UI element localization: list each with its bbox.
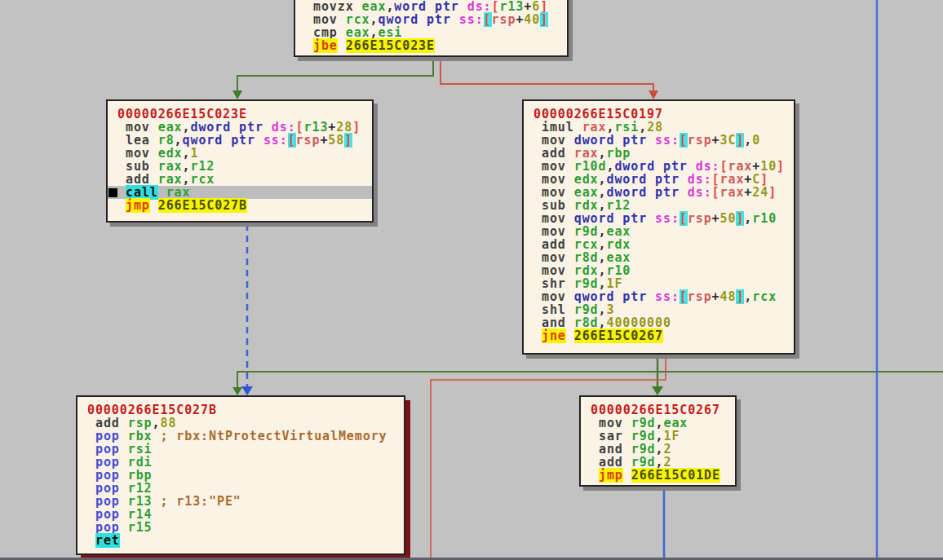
asm-line[interactable]: mov r9d,eax — [581, 417, 735, 430]
asm-token-seg: ds: — [688, 185, 712, 200]
asm-line[interactable]: mov r8d,eax — [524, 251, 794, 264]
asm-line[interactable]: ret — [77, 534, 404, 547]
asm-line[interactable]: call rax — [108, 186, 372, 199]
asm-token-pl: + — [712, 211, 720, 226]
asm-line[interactable]: imul rax,rsi,28 — [524, 121, 794, 134]
asm-token-pl: , — [744, 289, 752, 304]
asm-line[interactable]: pop rbx ; rbx:NtProtectVirtualMemory — [77, 430, 404, 443]
asm-token-pl: + — [712, 289, 720, 304]
basic-block-266E15C027B[interactable]: 00000266E15C027Badd rsp,88pop rbx ; rbx:… — [76, 395, 405, 555]
asm-line[interactable]: mov eax,dword ptr ds:[rax+24] — [524, 186, 794, 199]
asm-token-seg: ss: — [263, 133, 288, 148]
asm-token-jaddr: 266E15C027B — [158, 198, 247, 213]
asm-line[interactable]: pop r12 — [77, 482, 404, 495]
asm-token-cmt: ; r13:"PE" — [153, 494, 241, 509]
asm-line[interactable]: sub rdx,r12 — [524, 199, 794, 212]
basic-block-266E15C023E[interactable]: 00000266E15C023Emov eax,dword ptr ds:[r1… — [106, 99, 374, 223]
asm-line[interactable]: jne 266E15C0267 — [524, 329, 794, 342]
asm-line[interactable]: mov dword ptr ss:[rsp+3C],0 — [524, 134, 794, 147]
basic-block-266E15C0197[interactable]: 00000266E15C0197imul rax,rsi,28mov dword… — [522, 99, 795, 355]
asm-token-seg: ss: — [459, 12, 484, 27]
asm-token-br: [ — [712, 185, 720, 200]
asm-token-sp — [566, 329, 574, 343]
asm-token-reg: r15 — [128, 520, 153, 535]
asm-token-jmn: jmp — [126, 198, 150, 213]
asm-token-brc: [ — [680, 133, 688, 148]
asm-line[interactable]: and r9d,2 — [581, 443, 735, 456]
asm-token-reg: rcx — [752, 289, 777, 304]
asm-token-pl: , — [744, 211, 752, 226]
asm-line[interactable]: shl r9d,3 — [524, 303, 794, 316]
asm-line[interactable]: mov eax,dword ptr ds:[r13+28] — [108, 121, 372, 134]
asm-token-num: 40 — [524, 12, 540, 27]
asm-token-jaddr: 266E15C01DE — [631, 468, 720, 483]
asm-token-pl — [255, 133, 263, 148]
asm-token-mreg: rsp — [688, 289, 712, 304]
asm-token-sp — [338, 38, 346, 53]
asm-line[interactable]: mov edx,dword ptr ds:[rax+C] — [524, 173, 794, 186]
asm-line[interactable]: add r9d,2 — [581, 456, 735, 469]
breakpoint-marker-icon[interactable] — [108, 188, 117, 197]
asm-line[interactable]: pop rsi — [77, 443, 404, 456]
asm-line[interactable]: mov r9d,eax — [524, 225, 794, 238]
asm-line[interactable]: pop r15 — [77, 521, 404, 534]
asm-token-cmn: ret — [95, 533, 120, 548]
asm-line[interactable]: add rsp,88 — [77, 417, 404, 430]
asm-token-pl: + — [744, 185, 752, 200]
asm-line[interactable]: jbe 266E15C023E — [295, 39, 567, 52]
edge-jbe-fallthrough — [441, 57, 658, 99]
asm-token-mreg: rsp — [296, 133, 321, 148]
asm-token-num: 48 — [720, 289, 737, 304]
asm-token-br: ] — [768, 185, 777, 200]
asm-token-sp — [623, 468, 631, 483]
edge-offscreen-to-027B — [232, 372, 943, 395]
asm-line[interactable]: mov rdx,r10 — [524, 264, 794, 277]
asm-token-num: 24 — [752, 185, 768, 200]
asm-token-sp — [150, 198, 158, 213]
asm-token-seg: ss: — [655, 211, 680, 226]
disassembly-graph-canvas[interactable]: movzx eax,word ptr ds:[r13+6]mov rcx,qwo… — [0, 0, 943, 560]
asm-line[interactable]: jmp 266E15C01DE — [581, 469, 735, 482]
asm-token-mreg: rax — [720, 185, 745, 200]
asm-token-br: ] — [352, 120, 361, 134]
asm-token-reg: rcx — [190, 172, 215, 187]
asm-token-pl — [680, 185, 688, 200]
asm-token-jmn: jne — [542, 329, 566, 343]
block-address-header: 00000266E15C027B — [77, 403, 404, 417]
asm-line[interactable]: mov edx,1 — [108, 147, 372, 160]
asm-line[interactable]: pop r14 — [77, 508, 404, 521]
asm-line[interactable]: pop rbp — [77, 469, 404, 482]
asm-token-num: 58 — [328, 133, 344, 148]
asm-token-jaddr: 266E15C0267 — [574, 329, 663, 343]
block-address-header: 00000266E15C023E — [108, 108, 372, 121]
asm-line[interactable]: mov qword ptr ss:[rsp+48],rcx — [524, 290, 794, 303]
asm-line[interactable]: pop rdi — [77, 456, 404, 469]
asm-token-reg: r10 — [752, 211, 777, 226]
asm-line[interactable]: mov r10d,dword ptr ds:[rax+10] — [524, 160, 794, 173]
asm-token-mreg: rsp — [688, 211, 712, 226]
asm-token-cmt: ; rbx:NtProtectVirtualMemory — [153, 429, 387, 443]
asm-line[interactable]: mov qword ptr ss:[rsp+50],r10 — [524, 212, 794, 225]
asm-line[interactable]: cmp eax,esi — [295, 26, 567, 39]
basic-block-entry[interactable]: movzx eax,word ptr ds:[r13+6]mov rcx,qwo… — [294, 0, 569, 57]
asm-token-brc: [ — [680, 211, 688, 226]
asm-line[interactable]: sar r9d,1F — [581, 430, 735, 443]
asm-token-brc: [ — [288, 133, 296, 148]
asm-line[interactable]: add rcx,rdx — [524, 238, 794, 251]
asm-line[interactable]: movzx eax,word ptr ds:[r13+6] — [295, 0, 567, 13]
asm-line[interactable]: mov rcx,qword ptr ss:[rsp+40] — [295, 13, 567, 26]
asm-line[interactable]: add rax,rcx — [108, 173, 372, 186]
asm-line[interactable]: pop r13 ; r13:"PE" — [77, 495, 404, 508]
asm-token-num: 3C — [720, 133, 737, 148]
asm-token-jaddr: 266E15C023E — [346, 38, 435, 53]
asm-line[interactable]: add rax,rbp — [524, 147, 794, 160]
asm-line[interactable]: sub rax,r12 — [108, 160, 372, 173]
asm-token-mreg: rsp — [688, 133, 712, 148]
asm-line[interactable]: lea r8,qword ptr ss:[rsp+58] — [108, 134, 372, 147]
basic-block-266E15C0267[interactable]: 00000266E15C0267mov r9d,eaxsar r9d,1Fand… — [579, 395, 737, 487]
asm-line[interactable]: and r8d,40000000 — [524, 316, 794, 329]
asm-token-pl: + — [320, 133, 328, 148]
asm-line[interactable]: jmp 266E15C027B — [108, 199, 372, 212]
asm-line[interactable]: shr r9d,1F — [524, 277, 794, 290]
asm-token-pl: + — [712, 133, 720, 148]
